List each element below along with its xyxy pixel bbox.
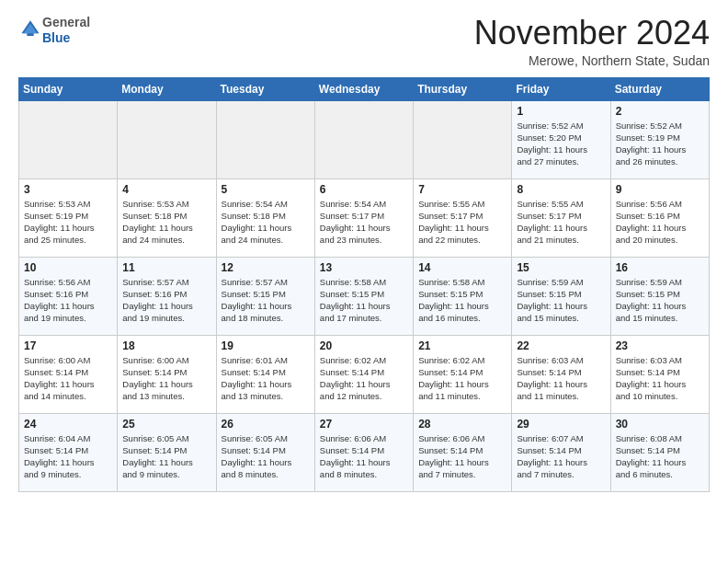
day-number: 21	[418, 339, 506, 352]
day-number: 20	[320, 339, 408, 352]
day-info: Sunrise: 6:04 AM Sunset: 5:14 PM Dayligh…	[24, 432, 112, 481]
weekday-header-monday: Monday	[118, 77, 216, 100]
day-info: Sunrise: 5:53 AM Sunset: 5:18 PM Dayligh…	[122, 198, 210, 247]
day-number: 27	[320, 418, 408, 431]
calendar-cell: 3Sunrise: 5:53 AM Sunset: 5:19 PM Daylig…	[19, 178, 118, 257]
calendar-cell: 26Sunrise: 6:05 AM Sunset: 5:14 PM Dayli…	[216, 413, 314, 491]
day-number: 8	[517, 183, 605, 196]
calendar-cell	[414, 100, 512, 178]
day-number: 23	[616, 339, 704, 352]
day-info: Sunrise: 6:07 AM Sunset: 5:14 PM Dayligh…	[517, 432, 605, 481]
calendar-cell: 4Sunrise: 5:53 AM Sunset: 5:18 PM Daylig…	[118, 178, 216, 257]
calendar-week-1: 1Sunrise: 5:52 AM Sunset: 5:20 PM Daylig…	[19, 100, 710, 178]
day-info: Sunrise: 5:59 AM Sunset: 5:15 PM Dayligh…	[517, 276, 605, 325]
day-number: 18	[122, 339, 210, 352]
calendar-cell: 25Sunrise: 6:05 AM Sunset: 5:14 PM Dayli…	[118, 413, 216, 491]
calendar-cell: 1Sunrise: 5:52 AM Sunset: 5:20 PM Daylig…	[512, 100, 610, 178]
calendar-cell: 7Sunrise: 5:55 AM Sunset: 5:17 PM Daylig…	[414, 178, 512, 257]
day-info: Sunrise: 6:03 AM Sunset: 5:14 PM Dayligh…	[517, 354, 605, 403]
calendar-week-4: 17Sunrise: 6:00 AM Sunset: 5:14 PM Dayli…	[19, 335, 710, 413]
day-info: Sunrise: 5:57 AM Sunset: 5:15 PM Dayligh…	[222, 276, 310, 325]
day-info: Sunrise: 5:52 AM Sunset: 5:19 PM Dayligh…	[616, 120, 704, 168]
day-info: Sunrise: 6:00 AM Sunset: 5:14 PM Dayligh…	[24, 354, 112, 403]
header: General Blue November 2024 Merowe, North…	[18, 15, 710, 68]
day-info: Sunrise: 5:55 AM Sunset: 5:17 PM Dayligh…	[418, 198, 506, 247]
day-number: 3	[24, 183, 112, 196]
calendar-cell: 5Sunrise: 5:54 AM Sunset: 5:18 PM Daylig…	[216, 178, 314, 257]
calendar-cell: 2Sunrise: 5:52 AM Sunset: 5:19 PM Daylig…	[610, 100, 709, 178]
day-number: 30	[616, 418, 704, 431]
month-title: November 2024	[474, 15, 710, 52]
logo-blue: Blue	[42, 30, 70, 45]
day-number: 1	[517, 105, 605, 118]
weekday-header-friday: Friday	[512, 77, 610, 100]
day-info: Sunrise: 6:06 AM Sunset: 5:14 PM Dayligh…	[418, 432, 506, 481]
calendar-cell	[118, 100, 216, 178]
calendar-header: SundayMondayTuesdayWednesdayThursdayFrid…	[19, 77, 710, 100]
calendar-cell: 12Sunrise: 5:57 AM Sunset: 5:15 PM Dayli…	[216, 257, 314, 335]
calendar-cell: 18Sunrise: 6:00 AM Sunset: 5:14 PM Dayli…	[118, 335, 216, 413]
day-number: 16	[616, 261, 704, 274]
calendar-week-2: 3Sunrise: 5:53 AM Sunset: 5:19 PM Daylig…	[19, 178, 710, 257]
calendar-cell	[19, 100, 118, 178]
weekday-header-saturday: Saturday	[610, 77, 709, 100]
day-number: 10	[24, 261, 112, 274]
location: Merowe, Northern State, Sudan	[474, 53, 710, 68]
page: General Blue November 2024 Merowe, North…	[0, 0, 728, 501]
calendar-cell: 20Sunrise: 6:02 AM Sunset: 5:14 PM Dayli…	[314, 335, 413, 413]
calendar-cell: 15Sunrise: 5:59 AM Sunset: 5:15 PM Dayli…	[512, 257, 610, 335]
day-info: Sunrise: 6:02 AM Sunset: 5:14 PM Dayligh…	[418, 354, 506, 403]
calendar-cell: 30Sunrise: 6:08 AM Sunset: 5:14 PM Dayli…	[610, 413, 709, 491]
day-info: Sunrise: 5:58 AM Sunset: 5:15 PM Dayligh…	[320, 276, 408, 325]
day-info: Sunrise: 6:00 AM Sunset: 5:14 PM Dayligh…	[122, 354, 210, 403]
weekday-header-wednesday: Wednesday	[314, 77, 413, 100]
day-number: 22	[517, 339, 605, 352]
day-number: 13	[320, 261, 408, 274]
calendar-cell	[216, 100, 314, 178]
day-number: 19	[222, 339, 310, 352]
calendar-cell: 28Sunrise: 6:06 AM Sunset: 5:14 PM Dayli…	[414, 413, 512, 491]
day-info: Sunrise: 5:52 AM Sunset: 5:20 PM Dayligh…	[517, 120, 605, 168]
calendar-cell: 6Sunrise: 5:54 AM Sunset: 5:17 PM Daylig…	[314, 178, 413, 257]
calendar-cell: 23Sunrise: 6:03 AM Sunset: 5:14 PM Dayli…	[610, 335, 709, 413]
day-number: 14	[418, 261, 506, 274]
day-info: Sunrise: 5:54 AM Sunset: 5:17 PM Dayligh…	[320, 198, 408, 247]
svg-rect-2	[27, 33, 33, 36]
calendar-cell: 11Sunrise: 5:57 AM Sunset: 5:16 PM Dayli…	[118, 257, 216, 335]
calendar-cell: 16Sunrise: 5:59 AM Sunset: 5:15 PM Dayli…	[610, 257, 709, 335]
day-number: 7	[418, 183, 506, 196]
day-info: Sunrise: 6:06 AM Sunset: 5:14 PM Dayligh…	[320, 432, 408, 481]
day-info: Sunrise: 6:01 AM Sunset: 5:14 PM Dayligh…	[222, 354, 310, 403]
calendar-cell: 14Sunrise: 5:58 AM Sunset: 5:15 PM Dayli…	[414, 257, 512, 335]
calendar-cell: 17Sunrise: 6:00 AM Sunset: 5:14 PM Dayli…	[19, 335, 118, 413]
logo-text: General Blue	[42, 15, 90, 46]
day-number: 15	[517, 261, 605, 274]
calendar-week-3: 10Sunrise: 5:56 AM Sunset: 5:16 PM Dayli…	[19, 257, 710, 335]
calendar-week-5: 24Sunrise: 6:04 AM Sunset: 5:14 PM Dayli…	[19, 413, 710, 491]
day-number: 28	[418, 418, 506, 431]
day-info: Sunrise: 5:53 AM Sunset: 5:19 PM Dayligh…	[24, 198, 112, 247]
day-number: 25	[122, 418, 210, 431]
day-info: Sunrise: 6:08 AM Sunset: 5:14 PM Dayligh…	[616, 432, 704, 481]
day-info: Sunrise: 5:55 AM Sunset: 5:17 PM Dayligh…	[517, 198, 605, 247]
day-info: Sunrise: 5:54 AM Sunset: 5:18 PM Dayligh…	[222, 198, 310, 247]
logo-general: General	[42, 15, 90, 29]
day-number: 17	[24, 339, 112, 352]
calendar-cell: 9Sunrise: 5:56 AM Sunset: 5:16 PM Daylig…	[610, 178, 709, 257]
calendar-cell: 8Sunrise: 5:55 AM Sunset: 5:17 PM Daylig…	[512, 178, 610, 257]
calendar-cell: 29Sunrise: 6:07 AM Sunset: 5:14 PM Dayli…	[512, 413, 610, 491]
calendar: SundayMondayTuesdayWednesdayThursdayFrid…	[18, 77, 710, 492]
day-info: Sunrise: 5:56 AM Sunset: 5:16 PM Dayligh…	[616, 198, 704, 247]
calendar-cell: 10Sunrise: 5:56 AM Sunset: 5:16 PM Dayli…	[19, 257, 118, 335]
day-number: 9	[616, 183, 704, 196]
calendar-cell: 13Sunrise: 5:58 AM Sunset: 5:15 PM Dayli…	[314, 257, 413, 335]
day-number: 6	[320, 183, 408, 196]
calendar-body: 1Sunrise: 5:52 AM Sunset: 5:20 PM Daylig…	[19, 100, 710, 491]
calendar-cell: 24Sunrise: 6:04 AM Sunset: 5:14 PM Dayli…	[19, 413, 118, 491]
day-number: 5	[222, 183, 310, 196]
day-info: Sunrise: 5:57 AM Sunset: 5:16 PM Dayligh…	[122, 276, 210, 325]
day-number: 11	[122, 261, 210, 274]
day-info: Sunrise: 5:59 AM Sunset: 5:15 PM Dayligh…	[616, 276, 704, 325]
day-number: 26	[222, 418, 310, 431]
weekday-header-tuesday: Tuesday	[216, 77, 314, 100]
